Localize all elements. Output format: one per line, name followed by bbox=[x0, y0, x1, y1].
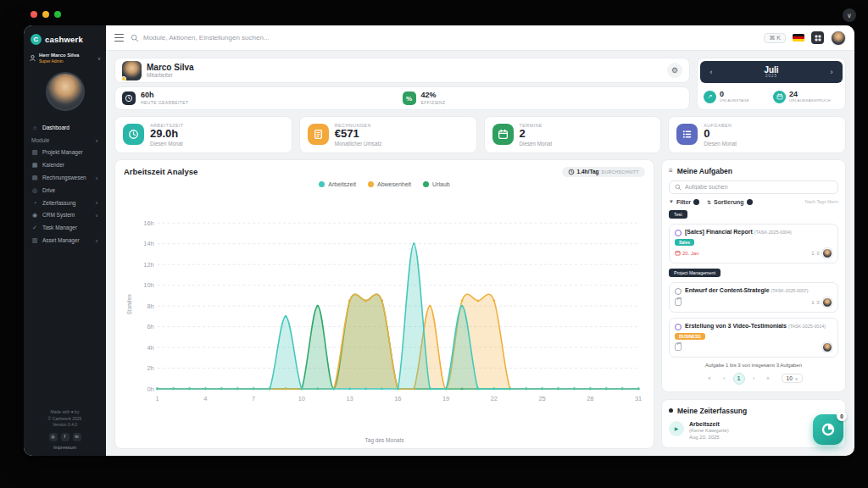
list-icon: ≡ bbox=[669, 167, 673, 175]
worktime-area-chart: 0h2h4h6h8h10h12h14h16h147101316192225283… bbox=[132, 187, 645, 436]
filter-hint: Nach Tags filtern bbox=[805, 199, 838, 204]
impressum-link[interactable]: Impressum bbox=[27, 444, 103, 451]
bullet-icon bbox=[669, 408, 673, 413]
chevron-down-icon: ∨ bbox=[95, 213, 98, 218]
current-page-button[interactable]: 1 bbox=[733, 373, 745, 385]
task-card[interactable]: Erstellung von 3 Video-Testimonials (TAS… bbox=[669, 318, 838, 358]
svg-text:28: 28 bbox=[587, 395, 593, 402]
chevron-down-icon: ∨ bbox=[795, 376, 798, 381]
facebook-icon[interactable]: f bbox=[61, 433, 70, 441]
apps-grid-icon[interactable] bbox=[811, 31, 824, 44]
sidebar-item-label: Task Manager bbox=[42, 225, 77, 230]
hamburger-menu-icon[interactable] bbox=[114, 34, 124, 42]
instagram-icon[interactable]: ◎ bbox=[49, 433, 58, 441]
vacation-days-stat: ↗ 0 URLAUBSTAGE bbox=[704, 91, 770, 103]
legend-abwesenheit[interactable]: Abwesenheit bbox=[368, 181, 411, 187]
profile-name: Marco Silva bbox=[147, 63, 194, 72]
sidebar-menu: ⌂ Dashboard Module ∧ ▧ Projekt Manager ▦… bbox=[24, 121, 106, 247]
dashboard-content: Marco Silva Mitarbeiter ⚙ 60h HE bbox=[106, 51, 854, 456]
legend-urlaub[interactable]: Urlaub bbox=[423, 181, 450, 187]
legend-arbeitszeit[interactable]: Arbeitszeit bbox=[319, 181, 356, 187]
profile-photo[interactable] bbox=[46, 72, 85, 111]
sidebar-user-name: Herr Marco Silva bbox=[39, 53, 79, 58]
minimize-window-button[interactable] bbox=[42, 11, 49, 18]
chevron-down-icon: ∨ bbox=[97, 56, 101, 61]
sidebar-user-role: Super Admin bbox=[39, 58, 79, 64]
sidebar-user-switcher[interactable]: Herr Marco Silva Super Admin ∨ bbox=[24, 48, 106, 65]
clock-icon bbox=[123, 124, 144, 145]
task-title: [Sales] Financial Report bbox=[685, 229, 753, 235]
sidebar-item-drive[interactable]: ◎ Drive bbox=[24, 184, 106, 197]
sidebar-group-label: Module bbox=[31, 137, 49, 143]
task-card[interactable]: Entwurf der Content-Strategie (TASK-2025… bbox=[669, 282, 838, 313]
assignee-avatar[interactable] bbox=[822, 342, 832, 352]
last-page-button[interactable]: » bbox=[763, 373, 774, 384]
task-group-tag[interactable]: Test bbox=[669, 210, 687, 219]
vacation-claim-label: URLAUBSANSPRUCH bbox=[789, 98, 831, 103]
sort-count-badge bbox=[747, 199, 753, 205]
task-badge: BUSINESS bbox=[675, 333, 705, 340]
next-page-button[interactable]: › bbox=[748, 373, 760, 384]
task-group-tag[interactable]: Project Management bbox=[669, 269, 721, 277]
linkedin-icon[interactable]: in bbox=[73, 433, 81, 441]
crm-icon: ◉ bbox=[31, 212, 38, 219]
time-entry-title: Arbeitszeit bbox=[689, 421, 729, 427]
sidebar-item-label: Zeiterfassung bbox=[42, 200, 75, 206]
task-search-input[interactable] bbox=[685, 184, 832, 190]
language-flag-de[interactable] bbox=[793, 34, 804, 42]
sidebar-item-dashboard[interactable]: ⌂ Dashboard bbox=[24, 121, 106, 133]
gear-icon[interactable]: ⚙ bbox=[667, 63, 682, 78]
task-status-icon[interactable] bbox=[675, 230, 682, 236]
sidebar-item-zeiterfassung[interactable]: ◔ Zeiterfassung ∨ bbox=[24, 197, 106, 208]
sort-button[interactable]: ⇅ Sortierung bbox=[707, 199, 752, 205]
brand[interactable]: C cashwerk bbox=[24, 25, 106, 48]
tasks-pagination: « ‹ 1 › » 10∨ bbox=[669, 373, 838, 385]
close-window-button[interactable] bbox=[31, 11, 37, 18]
task-status-icon[interactable] bbox=[675, 288, 682, 295]
chevron-down-icon: ∨ bbox=[95, 238, 98, 243]
assignee-avatar[interactable] bbox=[822, 297, 832, 308]
sidebar-item-rechnungswesen[interactable]: ▤ Rechnungswesen ∨ bbox=[24, 171, 106, 184]
stat-card-rechnungen[interactable]: RECHNUNGEN €571 Monatlicher Umsatz bbox=[299, 116, 477, 153]
first-page-button[interactable]: « bbox=[704, 373, 715, 384]
sidebar-item-crm-system[interactable]: ◉ CRM System ∨ bbox=[24, 208, 106, 221]
sidebar-item-kalender[interactable]: ▦ Kalender bbox=[24, 158, 106, 171]
svg-text:0h: 0h bbox=[147, 385, 153, 392]
assignee-avatar[interactable] bbox=[822, 248, 832, 258]
page-size-select[interactable]: 10∨ bbox=[782, 374, 804, 383]
play-icon[interactable]: ▶ bbox=[669, 421, 684, 436]
efficiency-label: EFFIZIENZ bbox=[421, 100, 446, 105]
sidebar-item-label: Drive bbox=[42, 187, 55, 193]
svg-text:12h: 12h bbox=[143, 261, 153, 269]
task-code: (TASK-2025-0014) bbox=[788, 324, 826, 329]
filter-button[interactable]: ▼ Filter bbox=[669, 199, 699, 205]
timer-fab-button[interactable]: 0 bbox=[813, 414, 843, 445]
zoom-window-button[interactable] bbox=[54, 11, 61, 18]
svg-text:31: 31 bbox=[635, 395, 642, 402]
efficiency-value: 42% bbox=[421, 92, 446, 100]
current-year: 2025 bbox=[764, 75, 778, 79]
stat-card-termine[interactable]: TERMINE 2 Diesen Monat bbox=[484, 116, 662, 153]
stat-card-aufgaben[interactable]: AUFGABEN 0 Diesen Monat bbox=[668, 116, 846, 153]
svg-text:7: 7 bbox=[252, 395, 255, 402]
topbar-user-avatar[interactable] bbox=[831, 30, 846, 46]
window-chevron-button[interactable]: ∨ bbox=[843, 8, 856, 22]
sidebar-group-module[interactable]: Module ∧ bbox=[24, 133, 106, 146]
search-input[interactable] bbox=[143, 34, 757, 42]
prev-month-button[interactable]: ‹ bbox=[707, 68, 715, 76]
window-traffic-lights bbox=[31, 11, 61, 18]
task-card[interactable]: [Sales] Financial Report (TASK-2025-0004… bbox=[669, 224, 838, 263]
percent-icon: % bbox=[403, 92, 416, 105]
task-status-icon[interactable] bbox=[675, 324, 682, 330]
chart-title: Arbeitszeit Analyse bbox=[124, 167, 198, 176]
stat-card-arbeitszeit[interactable]: ARBEITSZEIT 29.0h Diesen Monat bbox=[114, 116, 292, 153]
average-label: DURCHSCHNITT bbox=[601, 169, 639, 175]
sidebar-item-projekt-manager[interactable]: ▧ Projekt Manager bbox=[24, 146, 106, 158]
sidebar-item-task-manager[interactable]: ✓ Task Manager bbox=[24, 221, 106, 234]
sidebar: C cashwerk Herr Marco Silva Super Admin … bbox=[24, 25, 106, 456]
svg-text:10h: 10h bbox=[143, 281, 153, 289]
svg-text:13: 13 bbox=[347, 395, 353, 402]
next-month-button[interactable]: › bbox=[827, 68, 836, 76]
prev-page-button[interactable]: ‹ bbox=[719, 373, 730, 384]
sidebar-item-asset-manager[interactable]: ▥ Asset Manager ∨ bbox=[24, 234, 106, 247]
